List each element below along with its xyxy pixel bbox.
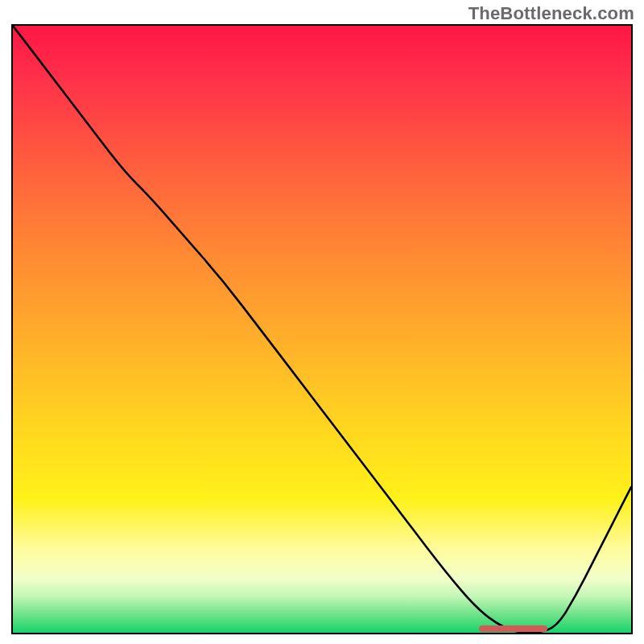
watermark-text: TheBottleneck.com	[469, 3, 634, 24]
bottleneck-curve-path	[13, 26, 631, 633]
plot-area	[11, 24, 633, 634]
curve-svg	[13, 26, 631, 633]
optimal-range-bar	[479, 625, 547, 632]
chart-stage: TheBottleneck.com	[0, 0, 644, 644]
